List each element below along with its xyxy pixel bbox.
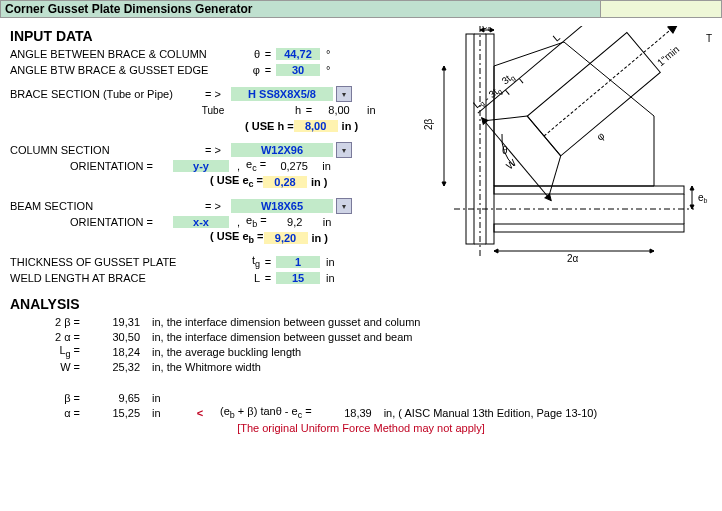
warn-lt: < xyxy=(180,407,220,419)
dropdown-icon[interactable]: ▾ xyxy=(336,198,352,214)
tg-label: THICKNESS OF GUSSET PLATE xyxy=(10,256,230,268)
svg-text:θ: θ xyxy=(502,145,508,156)
beam-eb-use[interactable]: 9,20 xyxy=(264,232,308,244)
svg-text:2α: 2α xyxy=(567,253,579,264)
svg-line-14 xyxy=(478,26,605,113)
svg-text:eb: eb xyxy=(698,192,708,204)
beam-orient[interactable]: x-x xyxy=(173,216,229,228)
brace-label: BRACE SECTION (Tube or Pipe) xyxy=(10,88,195,100)
theta-label: ANGLE BETWEEN BRACE & COLUMN xyxy=(10,48,230,60)
svg-text:Lg - 3tg: Lg - 3tg xyxy=(471,82,504,113)
phi-label: ANGLE BTW BRACE & GUSSET EDGE xyxy=(10,64,230,76)
column-orient[interactable]: y-y xyxy=(173,160,229,172)
svg-text:T: T xyxy=(706,33,712,44)
svg-line-11 xyxy=(484,98,527,140)
svg-rect-8 xyxy=(527,33,660,156)
svg-line-15 xyxy=(505,90,509,95)
svg-text:2β: 2β xyxy=(424,118,434,130)
theta-symbol: θ xyxy=(230,48,260,60)
svg-line-16 xyxy=(519,78,523,83)
heading-analysis: ANALYSIS xyxy=(10,296,712,312)
brace-select[interactable]: H SS8X8X5/8 ▾ xyxy=(231,86,352,102)
brace-h-use[interactable]: 8,00 xyxy=(294,120,338,132)
svg-rect-4 xyxy=(494,186,684,194)
svg-line-9 xyxy=(527,116,560,156)
column-ec-use[interactable]: 0,28 xyxy=(263,176,307,188)
svg-text:L: L xyxy=(551,31,563,43)
svg-text:φ: φ xyxy=(595,130,607,143)
app-title: Corner Gusset Plate Dimensions Generator xyxy=(1,2,600,16)
warning-text: [The original Uniform Force Method may n… xyxy=(10,422,712,434)
tg-input[interactable]: 1 xyxy=(276,256,320,268)
column-select[interactable]: W12X96 ▾ xyxy=(231,142,352,158)
L-input[interactable]: 15 xyxy=(276,272,320,284)
beam-select[interactable]: W18X65 ▾ xyxy=(231,198,352,214)
theta-input[interactable]: 44,72 xyxy=(276,48,320,60)
svg-line-12 xyxy=(533,156,576,198)
svg-text:1"min: 1"min xyxy=(655,44,681,69)
phi-input[interactable]: 30 xyxy=(276,64,320,76)
gusset-diagram: ec 2β 2α eb θ T W L 3tg Lg - 3tg φ 1"min xyxy=(424,26,714,266)
svg-line-13 xyxy=(482,118,551,201)
title-bar: Corner Gusset Plate Dimensions Generator xyxy=(0,0,722,18)
svg-line-10 xyxy=(544,27,674,136)
dropdown-icon[interactable]: ▾ xyxy=(336,86,352,102)
beam-label: BEAM SECTION xyxy=(10,200,195,212)
svg-rect-5 xyxy=(494,224,684,232)
column-label: COLUMN SECTION xyxy=(10,144,195,156)
L-label: WELD LENGTH AT BRACE xyxy=(10,272,230,284)
svg-text:3tg: 3tg xyxy=(499,70,517,88)
svg-rect-0 xyxy=(466,34,474,244)
dropdown-icon[interactable]: ▾ xyxy=(336,142,352,158)
svg-rect-1 xyxy=(486,34,494,244)
title-spacer xyxy=(600,1,721,17)
